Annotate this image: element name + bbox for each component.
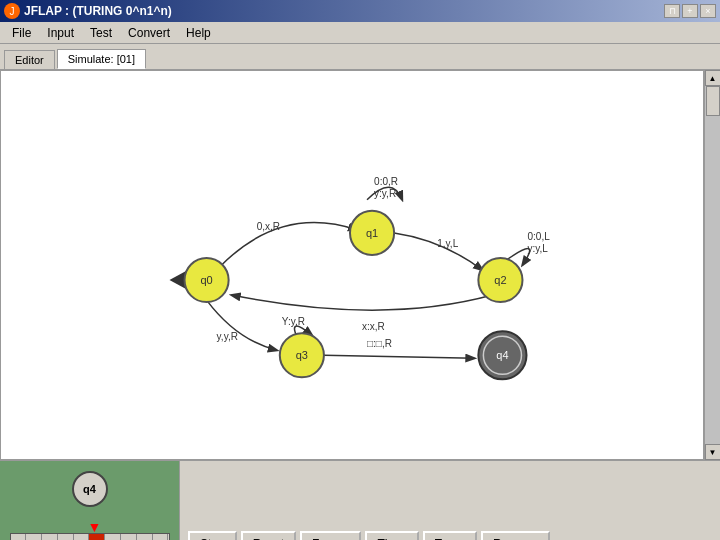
minimize-button[interactable]: ⊓ xyxy=(664,4,680,18)
freeze-button[interactable]: Freeze xyxy=(300,531,361,540)
scroll-down-button[interactable]: ▼ xyxy=(705,444,721,460)
action-buttons: Step Reset Freeze Thaw Trace Remove xyxy=(188,531,720,540)
svg-text:1,y,L: 1,y,L xyxy=(437,238,458,249)
menu-input[interactable]: Input xyxy=(39,24,82,42)
tape-head-indicator: ▼ xyxy=(88,519,102,535)
svg-text:y:y,R: y:y,R xyxy=(374,188,396,199)
scroll-track[interactable] xyxy=(705,86,720,444)
reset-button[interactable]: Reset xyxy=(241,531,296,540)
thaw-button[interactable]: Thaw xyxy=(365,531,418,540)
state-display: q4 ▼ □ □ □ x y □ □ □ □ xyxy=(0,461,180,540)
button-area: Step Reset Freeze Thaw Trace Remove xyxy=(180,461,720,540)
bottom-panel: q4 ▼ □ □ □ x y □ □ □ □ Step Reset xyxy=(0,460,720,540)
tape-cell-0: □ xyxy=(11,534,27,540)
svg-text:q4: q4 xyxy=(496,349,508,361)
tape-cell-3: x xyxy=(58,534,74,540)
turing-diagram: 0,x,R 0:0,R y:y,R 1,y,L 0:0,L y:y,L x:x,… xyxy=(1,71,703,459)
tab-simulate[interactable]: Simulate: [01] xyxy=(57,49,146,69)
svg-text:q2: q2 xyxy=(494,274,506,286)
menu-bar: File Input Test Convert Help xyxy=(0,22,720,44)
tape-cell-7: □ xyxy=(121,534,137,540)
window-title: JFLAP : (TURING 0^n1^n) xyxy=(24,4,172,18)
svg-text:0:0,R: 0:0,R xyxy=(374,176,398,187)
tape-cell-9: □ xyxy=(153,534,169,540)
tape-cell-2: □ xyxy=(42,534,58,540)
app-icon: J xyxy=(4,3,20,19)
menu-help[interactable]: Help xyxy=(178,24,219,42)
svg-text:x:x,R: x:x,R xyxy=(362,321,385,332)
svg-text:Y:y,R: Y:y,R xyxy=(282,316,305,327)
tab-bar: Editor Simulate: [01] xyxy=(0,44,720,70)
svg-text:y:y,L: y:y,L xyxy=(528,243,549,254)
tape-cell-6: □ xyxy=(105,534,121,540)
tape-cell-8: □ xyxy=(137,534,153,540)
remove-button[interactable]: Remove xyxy=(481,531,550,540)
tab-editor[interactable]: Editor xyxy=(4,50,55,69)
maximize-button[interactable]: + xyxy=(682,4,698,18)
menu-test[interactable]: Test xyxy=(82,24,120,42)
svg-text:0,x,R: 0,x,R xyxy=(257,221,280,232)
current-state-badge: q4 xyxy=(72,471,108,507)
svg-text:q3: q3 xyxy=(296,349,308,361)
window-controls[interactable]: ⊓ + × xyxy=(664,4,716,18)
vertical-scrollbar[interactable]: ▲ ▼ xyxy=(704,70,720,460)
diagram-area: 0,x,R 0:0,R y:y,R 1,y,L 0:0,L y:y,L x:x,… xyxy=(0,70,704,460)
svg-text:q0: q0 xyxy=(200,274,212,286)
menu-file[interactable]: File xyxy=(4,24,39,42)
svg-text:□:□,R: □:□,R xyxy=(367,338,392,349)
title-bar-left: J JFLAP : (TURING 0^n1^n) xyxy=(4,3,172,19)
svg-text:y,y,R: y,y,R xyxy=(217,331,238,342)
main-content: 0,x,R 0:0,R y:y,R 1,y,L 0:0,L y:y,L x:x,… xyxy=(0,70,720,460)
menu-convert[interactable]: Convert xyxy=(120,24,178,42)
scroll-thumb[interactable] xyxy=(706,86,720,116)
svg-text:0:0,L: 0:0,L xyxy=(528,231,551,242)
tape-cell-1: □ xyxy=(26,534,42,540)
trace-button[interactable]: Trace xyxy=(423,531,477,540)
svg-text:q1: q1 xyxy=(366,227,378,239)
title-bar: J JFLAP : (TURING 0^n1^n) ⊓ + × xyxy=(0,0,720,22)
step-button[interactable]: Step xyxy=(188,531,237,540)
close-button[interactable]: × xyxy=(700,4,716,18)
scroll-up-button[interactable]: ▲ xyxy=(705,70,721,86)
